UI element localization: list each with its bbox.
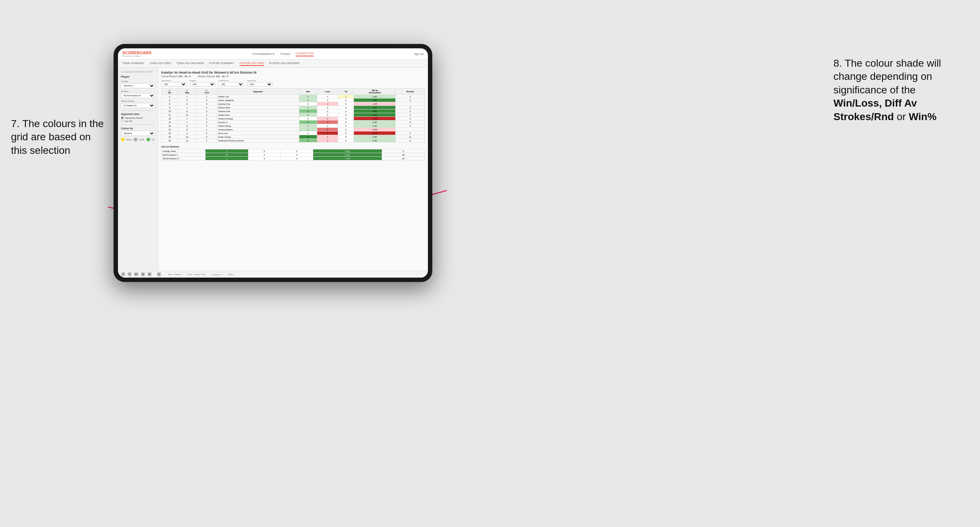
out-of-division-title: Out of division	[161, 145, 425, 148]
sign-out-button[interactable]: Sign out	[414, 53, 423, 55]
overall-record: Overall Record: 353 - 34 - 6	[161, 75, 191, 78]
table-row: 3	[196, 110, 217, 113]
table-row: 30	[382, 153, 425, 157]
step-back-icon[interactable]: ⟵	[134, 272, 138, 276]
nav-tournaments[interactable]: TOURNAMENTS	[252, 52, 275, 56]
table-row: 1	[299, 106, 317, 110]
colour-by-select[interactable]: Win/loss	[121, 131, 155, 136]
table-row: 0	[338, 113, 354, 117]
last-updated: Last Updated: 27/03/2024 16:55:38	[121, 71, 155, 73]
table-row: 0.38	[354, 121, 396, 124]
legend-label-up: Up	[152, 138, 154, 141]
clock-icon[interactable]: ⊙	[157, 272, 161, 276]
table-row: 18	[162, 132, 178, 135]
table-row: 0	[317, 106, 338, 110]
table-row: 4	[196, 121, 217, 124]
radio-dot-opponents	[121, 116, 124, 119]
table-row: Jessica Huang	[217, 117, 299, 121]
division-select[interactable]: NCAA Division III	[121, 93, 155, 98]
logo-subtitle: Powered by clippd	[123, 55, 151, 57]
radio-label-opponents: Opponents Played	[124, 117, 143, 119]
filter-opponent-label: Opponent	[247, 79, 272, 82]
table-row: 1	[317, 102, 338, 106]
table-row: Sydney Kuo	[217, 102, 299, 106]
undo-icon[interactable]: ↺	[121, 272, 125, 276]
table-row: 1	[299, 124, 317, 128]
subnav-player-h2h-heatmap[interactable]: PLAYER H2H HEATMAP	[269, 61, 300, 66]
subnav-team-h2h-grid[interactable]: TEAM H2H GRID	[150, 61, 172, 66]
table-row: 20	[162, 139, 178, 143]
annotation-right: 8. The colour shade will change dependin…	[834, 57, 962, 124]
top-nav: SCOREBOARD Powered by clippd TOURNAMENTS…	[118, 48, 428, 60]
gender-select[interactable]: Women's	[121, 83, 155, 88]
table-row: 4	[396, 110, 425, 113]
division-label: Division	[121, 90, 155, 92]
col-div: #Div	[162, 89, 178, 95]
view-original-btn[interactable]: View: Original	[166, 273, 183, 276]
table-row: 1	[299, 95, 317, 98]
filter-region-select[interactable]: (All)	[190, 82, 215, 86]
sub-nav: TEAM SUMMARY TEAM H2H GRID TEAM H2H HEAT…	[118, 60, 428, 68]
player-rank-select[interactable]: 8. Katelyn Vo	[121, 103, 155, 108]
table-row: 0	[317, 98, 338, 102]
filter-conference-select[interactable]: (All)	[218, 82, 244, 86]
table-row: 11	[178, 139, 196, 143]
table-row: 0	[338, 139, 354, 143]
bottom-toolbar: ↺ ↻ ⟵ ⧉ ⊕ | ⊙ | View: Original Save Cust…	[118, 271, 428, 278]
table-row: 0	[338, 132, 354, 135]
table-row: Andrea York	[217, 110, 299, 113]
table-row: 16	[162, 128, 178, 132]
table-row: 6	[162, 102, 178, 106]
filter-opponents-label: Opponents:	[161, 79, 187, 82]
table-row: 9.267	[313, 153, 382, 157]
table-row: 0	[338, 106, 354, 110]
table-row: Foreign Team	[162, 149, 205, 153]
table-row: 0	[299, 102, 317, 106]
table-row: 20	[162, 135, 178, 139]
table-row: 9	[178, 128, 196, 132]
sidebar-divider-2	[121, 124, 155, 125]
content-title: Katelyn Vo Head-to-Head Grid for Women's…	[161, 71, 425, 75]
table-row: Sharon Mun	[217, 106, 299, 110]
share-btn[interactable]: Share	[226, 273, 235, 276]
table-row: 10	[382, 157, 425, 160]
main-content: Last Updated: 27/03/2024 16:55:38 Player…	[118, 68, 428, 271]
redo-icon[interactable]: ↻	[127, 272, 132, 276]
tablet-frame: SCOREBOARD Powered by clippd TOURNAMENTS…	[114, 44, 432, 282]
table-row: 0	[248, 149, 280, 153]
table-row: Alexis Sudjianto	[217, 98, 299, 102]
table-row: 0	[299, 132, 317, 135]
table-row: 7	[196, 139, 217, 143]
subnav-team-h2h-heatmap[interactable]: TEAM H2H HEATMAP	[176, 61, 204, 66]
table-row: 3	[162, 95, 178, 98]
copy-icon[interactable]: ⧉	[141, 272, 145, 276]
subnav-team-summary[interactable]: TEAM SUMMARY	[123, 61, 145, 66]
filter-opponents-select[interactable]: (All)	[161, 82, 187, 86]
radio-opponents-played[interactable]: Opponents Played	[121, 116, 155, 119]
save-custom-view-btn[interactable]: Save Custom View	[185, 273, 208, 276]
colour-legend: Down Level Up	[121, 138, 155, 141]
nav-committee[interactable]: COMMITTEE	[296, 52, 314, 56]
table-row: 1	[299, 113, 317, 117]
subnav-player-summary[interactable]: PLAYER SUMMARY	[209, 61, 234, 66]
subnav-player-h2h-grid[interactable]: PLAYER H2H GRID	[240, 61, 264, 66]
table-row: 1	[317, 135, 338, 139]
watch-btn[interactable]: ⊛ Watch ▾	[210, 273, 224, 276]
table-row: 5	[196, 124, 217, 128]
table-row: Euna Lee	[217, 132, 299, 135]
radio-top100[interactable]: Top 100	[121, 120, 155, 122]
annotation-left: 7. The colours in the grid are based on …	[11, 117, 106, 157]
table-row: -3.00	[354, 117, 396, 121]
paste-icon[interactable]: ⊕	[147, 272, 152, 276]
table-row	[396, 128, 425, 132]
sep1: |	[154, 273, 154, 275]
table-row: 6	[396, 139, 425, 143]
radio-label-top100: Top 100	[124, 120, 132, 122]
filter-opponent-select[interactable]: (All)	[247, 82, 272, 86]
col-reg: #Reg	[178, 89, 196, 95]
table-row: 3.33	[354, 113, 396, 117]
table-row: 13	[162, 117, 178, 121]
table-row: 10	[162, 110, 178, 113]
table-row: 6	[196, 135, 217, 139]
nav-teams[interactable]: TEAMS	[280, 52, 291, 56]
